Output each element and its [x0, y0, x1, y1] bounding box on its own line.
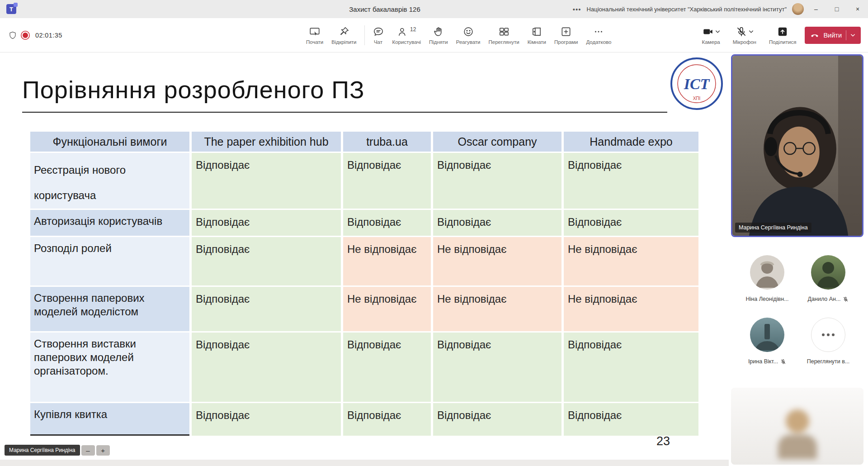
value-cell: Не відповідає [564, 237, 698, 285]
main-video-tile[interactable]: Марина Сергіївна Риндіна [731, 54, 863, 237]
table-row: Створення виставки паперових моделей орг… [30, 333, 698, 402]
titlebar: T Захист бакалаврів 126 ••• Національний… [0, 0, 868, 18]
feature-cell: Авторизація користувачів [30, 210, 189, 236]
value-cell: Відповідає [192, 210, 341, 236]
value-cell: Відповідає [343, 333, 431, 402]
value-cell: Відповідає [192, 333, 341, 402]
recording-status: 02:01:35 [8, 18, 62, 52]
participant-tile[interactable]: Ніна Леонідівн... [737, 255, 797, 302]
user-avatar[interactable] [792, 3, 804, 15]
react-button[interactable]: Реагувати [452, 26, 485, 45]
presenter-tag: Марина Сергіївна Риндіна – + [5, 445, 110, 456]
feature-cell: Створення виставки паперових моделей орг… [30, 333, 189, 402]
table-header-row: Функціональні вимоги The paper exhibitio… [30, 132, 698, 152]
table-row: Розподіл ролей Відповідає Не відповідає … [30, 237, 698, 285]
shield-icon [8, 31, 17, 40]
table-row: Купівля квитка Відповідає Відповідає Від… [30, 403, 698, 436]
leave-button[interactable]: Вийти [805, 27, 861, 44]
presenter-name-label: Марина Сергіївна Риндіна [5, 445, 80, 456]
value-cell: Не відповідає [564, 287, 698, 331]
start-presenting-button[interactable]: Почати [302, 26, 327, 45]
title-underline [22, 112, 667, 113]
svg-text:ІСТ: ІСТ [684, 76, 710, 92]
speaker-name-label: Марина Сергіївна Риндіна [735, 223, 811, 233]
column-header: Функціональні вимоги [30, 132, 189, 152]
rooms-button[interactable]: Кімнати [524, 26, 550, 45]
meeting-title: Захист бакалаврів 126 [349, 0, 420, 18]
value-cell: Не відповідає [343, 287, 431, 331]
university-logo: ІСТ ХПІ [670, 57, 724, 111]
view-button[interactable]: Переглянути [485, 26, 524, 45]
share-screen-icon [309, 26, 321, 38]
maximize-button[interactable]: □ [826, 0, 847, 18]
rooms-icon [531, 26, 542, 38]
feature-cell: Купівля квитка [30, 403, 189, 436]
org-name: Національний технічний університет "Харк… [587, 6, 787, 13]
value-cell: Відповідає [192, 153, 341, 209]
participant-count-badge: 12 [410, 26, 416, 33]
slide-title: Порівняння розробленого ПЗ [22, 76, 365, 104]
secondary-video-tile[interactable] [731, 388, 863, 465]
value-cell: Не відповідає [433, 237, 561, 285]
participant-name: Ніна Леонідівн... [737, 296, 797, 302]
speaker-video [732, 56, 862, 236]
value-cell: Відповідає [192, 403, 341, 436]
chevron-down-icon[interactable] [850, 33, 855, 37]
comparison-table: Функціональні вимоги The paper exhibitio… [28, 130, 701, 437]
value-cell: Відповідає [564, 333, 698, 402]
titlebar-right: ••• Національний технічний університет "… [573, 0, 804, 18]
feature-cell: Розподіл ролей [30, 237, 189, 285]
overflow-participants-tile[interactable]: Переглянути в... [798, 318, 858, 365]
value-cell: Відповідає [564, 403, 698, 436]
titlebar-more-icon[interactable]: ••• [573, 5, 581, 13]
avatar [750, 255, 784, 290]
unpin-button[interactable]: Відкріпити [327, 26, 360, 45]
value-cell: Відповідає [343, 153, 431, 209]
value-cell: Відповідає [564, 210, 698, 236]
value-cell: Відповідає [343, 210, 431, 236]
chevron-down-icon[interactable] [715, 30, 720, 33]
column-header: Oscar company [433, 132, 561, 152]
window-controls: – □ × [806, 0, 868, 18]
shared-screen-slide: Порівняння розробленого ПЗ ІСТ ХПІ Функц… [0, 53, 729, 466]
camera-icon [702, 26, 714, 38]
value-cell: Відповідає [433, 210, 561, 236]
ellipsis-icon [593, 26, 604, 38]
feature-cell: Реєстрація нового користувача [30, 153, 189, 209]
raise-hand-button[interactable]: Підняти [425, 26, 452, 45]
raise-hand-icon [433, 26, 444, 38]
more-participants-icon[interactable] [811, 318, 845, 352]
value-cell: Відповідає [192, 237, 341, 285]
participant-name: Переглянути в... [798, 358, 858, 365]
zoom-in-button[interactable]: + [96, 445, 110, 456]
mic-muted-icon [780, 359, 786, 365]
mic-muted-icon [736, 26, 747, 38]
teams-meeting-window: T Захист бакалаврів 126 ••• Національний… [0, 0, 868, 466]
avatar [811, 255, 845, 290]
column-header: The paper exhibition hub [192, 132, 341, 152]
svg-text:ХПІ: ХПІ [693, 96, 701, 101]
participant-tile[interactable]: Данило Ан... [798, 255, 858, 302]
participants-button[interactable]: 12 Користувачі [388, 26, 425, 45]
minimize-button[interactable]: – [806, 0, 826, 18]
close-button[interactable]: × [847, 0, 868, 18]
blurred-participant [778, 409, 817, 459]
microphone-button[interactable]: Мікрофон [729, 26, 760, 45]
mic-muted-icon [843, 296, 849, 302]
camera-button[interactable]: Камера [698, 26, 724, 45]
participant-tile[interactable]: Ірина Вікт... [737, 318, 797, 365]
zoom-out-button[interactable]: – [81, 445, 95, 456]
table-row: Створення паперових моделей моделістом В… [30, 287, 698, 331]
chevron-down-icon[interactable] [749, 30, 754, 33]
table-row: Реєстрація нового користувача Відповідає… [30, 153, 698, 209]
apps-button[interactable]: Програми [550, 26, 582, 45]
meeting-toolbar: 02:01:35 Почати Відкріпити Чат 12 К [0, 18, 868, 52]
chat-button[interactable]: Чат [368, 26, 388, 45]
participant-name: Данило Ан... [798, 296, 858, 302]
share-button[interactable]: Поділитися [765, 26, 800, 45]
value-cell: Не відповідає [433, 287, 561, 331]
toolbar-device-controls: Камера Мікрофон Поділитися Вийти [698, 18, 861, 52]
recording-dot-icon [23, 33, 28, 38]
more-options-button[interactable]: Додатково [582, 26, 615, 45]
smiley-icon [462, 26, 474, 38]
